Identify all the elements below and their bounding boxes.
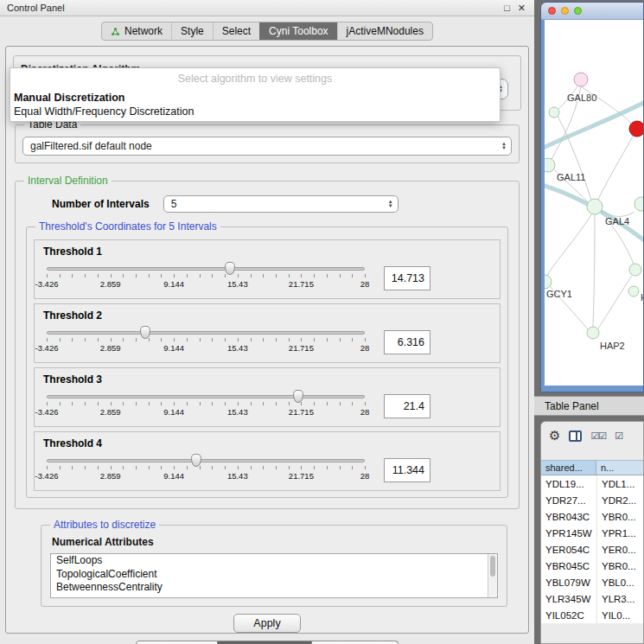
slider-scale: -3.4262.8599.14415.4321.71528 (47, 279, 365, 290)
list-item-topologicalcoefficient[interactable]: TopologicalCoefficient (51, 568, 497, 582)
network-node-label: GAL80 (567, 92, 596, 103)
threshold-2-value-field[interactable]: 6.316 (384, 330, 430, 354)
network-window-titlebar[interactable] (541, 3, 643, 20)
network-node[interactable] (587, 327, 599, 339)
table-row[interactable]: YPR145WYPR1... (541, 525, 643, 541)
table-row[interactable]: YBR045CYBR0... (541, 558, 643, 574)
attributes-group-label: Attributes to discretize (50, 519, 159, 531)
close-traffic-light-icon[interactable] (548, 7, 556, 15)
network-node[interactable] (629, 264, 641, 276)
tab-discretize-data[interactable]: Discretize Data (218, 641, 313, 644)
thresholds-group: Threshold's Coordinates for 5 Intervals … (26, 226, 508, 498)
threshold-1-panel: Threshold 1 -3.4262.8599.14415.4321.7152… (34, 239, 501, 299)
network-edge[interactable] (547, 214, 592, 276)
threshold-3-value-field[interactable]: 21.4 (384, 394, 430, 418)
table-row[interactable]: YBR043CYBR0... (541, 508, 643, 525)
table-cell: YBR043C (541, 508, 596, 525)
list-item-selfloops[interactable]: SelfLoops (51, 554, 497, 568)
tab-impute-data[interactable]: Impute Data (136, 641, 217, 644)
interval-definition-group: Interval Definition Number of Intervals … (15, 181, 520, 509)
threshold-1-slider[interactable]: -3.4262.8599.14415.4321.71528 (47, 267, 365, 290)
algorithm-dropdown-list: Select algorithm to view settings Manual… (10, 67, 501, 122)
number-of-intervals-combobox[interactable]: 5 ▲▼ (163, 195, 399, 213)
table-row[interactable]: YER054CYER0... (541, 541, 643, 558)
network-node[interactable] (574, 73, 588, 86)
list-item-betweennesscentrality[interactable]: BetweennessCentrality (51, 581, 497, 595)
column-header-shared-name[interactable]: shared... (541, 461, 596, 475)
slider-ticks (47, 402, 365, 405)
zoom-traffic-light-icon[interactable] (574, 7, 582, 15)
slider-thumb[interactable] (191, 454, 201, 467)
network-node[interactable] (629, 121, 643, 137)
numerical-attributes-label: Numerical Attributes (52, 536, 498, 548)
table-panel-titlebar[interactable]: Table Panel (534, 396, 644, 416)
minimize-traffic-light-icon[interactable] (561, 7, 569, 15)
network-view-window: GAL80GAL11GAL4GCY1HAP2H (540, 2, 644, 392)
network-canvas[interactable]: GAL80GAL11GAL4GCY1HAP2H (545, 20, 643, 386)
slider-track[interactable] (47, 331, 365, 335)
table-cell: YER0... (596, 541, 643, 558)
table-row[interactable]: YLR345WYLR3... (541, 590, 643, 607)
threshold-1-value-field[interactable]: 14.713 (384, 266, 430, 290)
apply-button[interactable]: Apply (233, 614, 300, 633)
float-window-icon[interactable]: □ (504, 3, 510, 14)
node-table-body: YDL19...YDL1...YDR27...YDR2...YBR043CYBR… (541, 475, 643, 623)
table-cell: YDL1... (596, 475, 643, 492)
slider-scale: -3.4262.8599.14415.4321.71528 (47, 407, 365, 418)
table-row[interactable]: YIL052CYIL0... (541, 607, 643, 623)
select-columns-icon[interactable]: ☑☑ (590, 430, 606, 442)
number-of-intervals-value: 5 (171, 198, 177, 210)
table-row[interactable]: YDL19...YDL1... (541, 475, 643, 492)
table-cell: YBL0... (596, 574, 643, 590)
network-node[interactable] (549, 107, 559, 118)
slider-track[interactable] (47, 395, 365, 399)
threshold-3-slider[interactable]: -3.4262.8599.14415.4321.71528 (47, 395, 365, 418)
network-node[interactable] (628, 286, 639, 296)
close-icon[interactable]: ✕ (518, 3, 526, 14)
slider-track[interactable] (47, 459, 365, 462)
table-panel-window: ⚙ ☑☑ ☑ shared... n... YDL19...YDL1...YDR… (540, 421, 644, 644)
tab-select[interactable]: Select (213, 22, 259, 40)
tab-cyni-toolbox[interactable]: Cyni Toolbox (259, 22, 336, 40)
network-edge[interactable] (598, 276, 632, 328)
table-data-combobox[interactable]: galFiltered.sif default node ▲▼ (22, 137, 512, 156)
table-cell: YER054C (541, 541, 596, 558)
slider-ticks (47, 274, 365, 277)
threshold-2-slider[interactable]: -3.4262.8599.14415.4321.71528 (47, 331, 365, 354)
list-scrollbar[interactable] (488, 554, 497, 597)
threshold-2-label: Threshold 2 (43, 309, 491, 322)
panel-title: Control Panel (7, 3, 65, 13)
network-node-label: H (641, 292, 643, 303)
table-cell: YIL052C (541, 607, 596, 623)
threshold-4-value-field[interactable]: 11.344 (384, 458, 430, 482)
slider-thumb[interactable] (140, 326, 150, 339)
network-node[interactable] (545, 158, 555, 172)
node-table-header: shared... n... (541, 460, 643, 475)
control-panel: Control Panel □ ✕ Network Style Select C… (0, 0, 534, 644)
slider-track[interactable] (47, 267, 365, 271)
tab-style[interactable]: Style (171, 22, 213, 40)
network-node[interactable] (634, 197, 643, 211)
slider-thumb[interactable] (225, 262, 235, 275)
columns-icon[interactable] (569, 430, 582, 442)
threshold-4-slider[interactable]: -3.4262.8599.14415.4321.71528 (47, 459, 365, 481)
tab-jactivemnodules[interactable]: jActiveMNodules (337, 22, 432, 40)
dropdown-option-manual-discretization[interactable]: Manual Discretization (10, 91, 500, 105)
network-canvas-svg: GAL80GAL11GAL4GCY1HAP2H (545, 20, 643, 386)
column-header-name[interactable]: n... (596, 461, 643, 475)
dropdown-option-equal-width-frequency[interactable]: Equal Width/Frequency Discretization (10, 105, 500, 118)
table-cell: YBR0... (596, 508, 643, 525)
slider-scale: -3.4262.8599.14415.4321.71528 (47, 343, 365, 354)
network-edge[interactable] (598, 135, 634, 200)
gear-icon[interactable]: ⚙ (549, 430, 560, 442)
network-edge[interactable] (593, 214, 595, 327)
table-row[interactable]: YBL079WYBL0... (541, 574, 643, 590)
top-tab-bar: Network Style Select Cyni Toolbox jActiv… (0, 16, 534, 46)
tab-infer-network[interactable]: Infer Network (312, 641, 398, 644)
tab-network[interactable]: Network (102, 22, 171, 40)
table-row[interactable]: YDR27...YDR2... (541, 492, 643, 508)
select-all-icon[interactable]: ☑ (615, 430, 622, 442)
slider-thumb[interactable] (293, 390, 303, 403)
network-edge[interactable] (545, 99, 643, 150)
network-node[interactable] (587, 199, 603, 214)
